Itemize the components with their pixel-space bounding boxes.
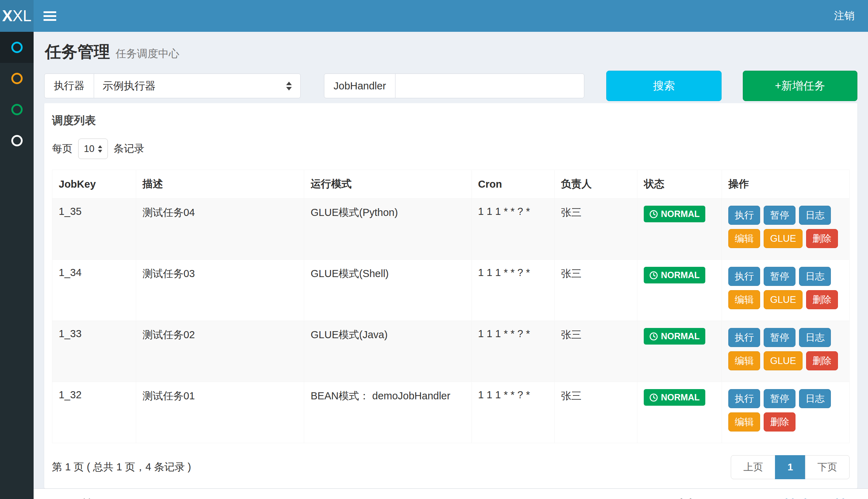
action-button-row: 编辑GLUE删除 [728,229,843,248]
action-button-row: 编辑删除 [728,412,843,432]
main-footer: Powered by XXL-JOB 1.7 Copyright © 2015-… [34,488,868,499]
select-arrows-icon [98,145,102,153]
next-page-button[interactable]: 下页 [805,455,850,479]
glue-button[interactable]: GLUE [764,290,803,309]
edit-button[interactable]: 编辑 [728,351,760,370]
status-cell: NORMAL [637,199,722,260]
app-logo[interactable]: XXL [0,0,34,32]
log-button[interactable]: 日志 [799,328,831,347]
delete-button[interactable]: 删除 [806,351,838,370]
page-size-select[interactable]: 10 [78,139,108,159]
main-header: XXL 注销 [0,0,868,32]
pause-button[interactable]: 暂停 [764,267,795,286]
hamburger-icon [44,19,56,21]
delete-button[interactable]: 删除 [764,412,795,432]
cron-cell: 1 1 1 * * ? * [471,382,554,443]
app-logo-text-bold: X [2,7,12,25]
cron-cell: 1 1 1 * * ? * [471,199,554,260]
sidebar-toggle-button[interactable] [34,0,66,32]
jobkey-cell: 1_34 [52,260,136,321]
action-button-row: 编辑GLUE删除 [728,351,843,370]
page-subtitle: 任务调度中心 [116,47,179,61]
current-page-button[interactable]: 1 [775,455,805,479]
table-row: 1_35测试任务04GLUE模式(Python)1 1 1 * * ? *张三N… [52,199,850,260]
log-button[interactable]: 日志 [799,389,831,408]
delete-button[interactable]: 删除 [806,290,838,309]
glue-button[interactable]: GLUE [764,351,803,370]
search-button[interactable]: 搜索 [606,71,721,101]
jobhandler-input[interactable] [395,74,584,98]
run-button[interactable]: 执行 [728,328,760,347]
table-row: 1_32测试任务01BEAN模式： demoJobHandler1 1 1 * … [52,382,850,443]
owner-cell: 张三 [554,260,637,321]
sidebar [0,32,34,499]
prev-page-button[interactable]: 上页 [731,455,775,479]
edit-button[interactable]: 编辑 [728,412,760,432]
sidebar-item-menu-2[interactable] [0,63,34,94]
actions-cell: 执行暂停日志编辑GLUE删除 [722,199,850,260]
log-button[interactable]: 日志 [799,206,831,225]
pagination-bar: 第 1 页 ( 总共 1 页，4 条记录 ) 上页 1 下页 [52,455,850,479]
status-badge: NORMAL [644,206,705,222]
action-button-row: 执行暂停日志 [728,328,843,347]
description-cell: 测试任务04 [136,199,304,260]
schedule-list-panel: 调度列表 每页 10 条记录 JobKey描述运行模式Cron负责人状态操作 1… [44,103,857,488]
column-header: 负责人 [554,170,637,199]
column-header: Cron [471,170,554,199]
cron-cell: 1 1 1 * * ? * [471,321,554,382]
status-cell: NORMAL [637,382,722,443]
add-job-button[interactable]: +新增任务 [743,71,857,101]
delete-button[interactable]: 删除 [806,229,838,248]
pause-button[interactable]: 暂停 [764,389,795,408]
edit-button[interactable]: 编辑 [728,290,760,309]
action-button-row: 执行暂停日志 [728,206,843,225]
actions-cell: 执行暂停日志编辑删除 [722,382,850,443]
pause-button[interactable]: 暂停 [764,328,795,347]
description-cell: 测试任务02 [136,321,304,382]
circle-icon [11,42,23,53]
sidebar-item-menu-3[interactable] [0,94,34,125]
logout-link[interactable]: 注销 [821,0,868,32]
executor-select[interactable]: 示例执行器 [94,74,301,98]
run-button[interactable]: 执行 [728,267,760,286]
action-button-row: 执行暂停日志 [728,389,843,408]
sidebar-menu [0,32,34,156]
status-badge: NORMAL [644,328,705,345]
glue-button[interactable]: GLUE [764,229,803,248]
run-mode-cell: GLUE模式(Python) [304,199,471,260]
executor-filter-group: 执行器 示例执行器 [44,74,301,98]
jobkey-cell: 1_33 [52,321,136,382]
table-row: 1_33测试任务02GLUE模式(Java)1 1 1 * * ? *张三NOR… [52,321,850,382]
panel-title: 调度列表 [52,113,850,128]
hamburger-icon [44,11,56,13]
run-mode-cell: BEAN模式： demoJobHandler [304,382,471,443]
powered-by: Powered by XXL-JOB 1.7 [45,497,163,499]
owner-cell: 张三 [554,321,637,382]
clock-icon [649,271,658,280]
circle-icon [11,73,23,84]
filter-toolbar: 执行器 示例执行器 JobHandler 搜索 +新增任务 [44,71,857,101]
sidebar-item-menu-1[interactable] [0,32,34,63]
column-header: 操作 [722,170,850,199]
select-arrows-icon [286,82,292,90]
run-button[interactable]: 执行 [728,206,760,225]
oschina-link[interactable]: oschina [818,497,857,499]
jobkey-cell: 1_35 [52,199,136,260]
page-size-value: 10 [84,143,94,154]
circle-icon [11,135,23,146]
table-row: 1_34测试任务03GLUE模式(Shell)1 1 1 * * ? *张三NO… [52,260,850,321]
run-button[interactable]: 执行 [728,389,760,408]
edit-button[interactable]: 编辑 [728,229,760,248]
actions-cell: 执行暂停日志编辑GLUE删除 [722,321,850,382]
owner-cell: 张三 [554,382,637,443]
log-button[interactable]: 日志 [799,267,831,286]
pause-button[interactable]: 暂停 [764,206,795,225]
sidebar-item-menu-4[interactable] [0,125,34,156]
job-table: JobKey描述运行模式Cron负责人状态操作 1_35测试任务04GLUE模式… [52,170,850,443]
action-button-row: 执行暂停日志 [728,267,843,286]
executor-select-value: 示例执行器 [103,79,156,93]
cron-cell: 1 1 1 * * ? * [471,260,554,321]
actions-cell: 执行暂停日志编辑GLUE删除 [722,260,850,321]
product-name: XXL-JOB [102,497,146,499]
github-link[interactable]: github [779,497,810,499]
